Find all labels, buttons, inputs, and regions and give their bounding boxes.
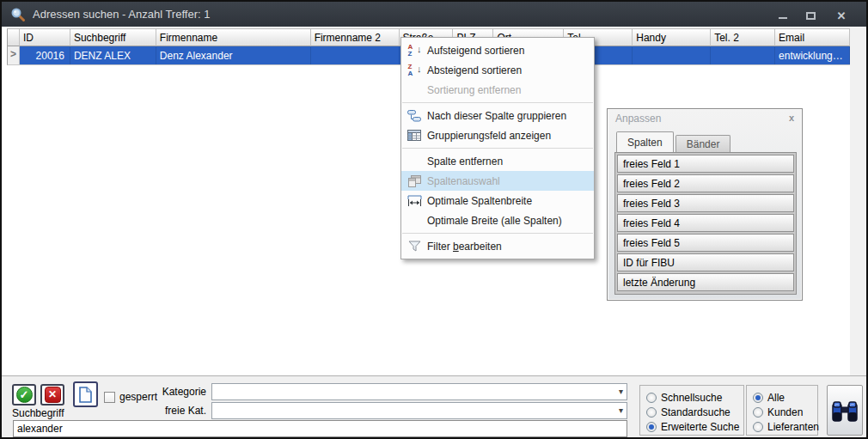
anpassen-field-list: freies Feld 1 freies Feld 2 freies Feld …	[614, 152, 797, 295]
anpassen-close-icon[interactable]: x	[789, 113, 794, 123]
cell-firmenname2[interactable]	[311, 46, 400, 64]
field-item[interactable]: freies Feld 5	[617, 234, 794, 252]
menu-separator	[402, 148, 593, 149]
magnifier-icon	[10, 7, 26, 22]
menu-item-show-group-field[interactable]: Gruppierungsfeld anzeigen	[401, 125, 594, 145]
document-icon	[79, 387, 92, 403]
cell-tel2[interactable]	[711, 46, 775, 64]
radio-label: Kunden	[767, 406, 803, 418]
field-item[interactable]: freies Feld 1	[617, 155, 794, 173]
field-item[interactable]: freies Feld 4	[617, 214, 794, 232]
column-context-menu: AZ↓ Aufsteigend sortieren ZA↓ Absteigend…	[400, 37, 595, 259]
menu-item-group-by-column[interactable]: Nach dieser Spalte gruppieren	[401, 106, 594, 125]
radio-icon[interactable]	[646, 393, 657, 403]
column-width-icon	[401, 195, 427, 206]
new-document-button[interactable]	[73, 381, 98, 407]
menu-item-label: Gruppierungsfeld anzeigen	[427, 130, 551, 142]
menu-item-edit-filter[interactable]: Filter bearbeiten	[401, 236, 594, 256]
cancel-button[interactable]: ✕	[40, 384, 64, 405]
cell-email[interactable]: entwicklung…	[775, 46, 850, 64]
radio-standardsuche[interactable]: Standardsuche	[646, 405, 743, 419]
freie-kat-combobox[interactable]: ▾	[211, 402, 627, 419]
check-icon: ✓	[16, 387, 33, 403]
radio-erweiterte-suche[interactable]: Erweiterte Suche	[646, 419, 743, 434]
menu-item-label: Spalte entfernen	[427, 155, 503, 168]
radio-kunden[interactable]: Kunden	[753, 405, 817, 419]
anpassen-titlebar[interactable]: Anpassen x	[608, 109, 802, 128]
radio-icon[interactable]	[753, 422, 763, 432]
column-header-email[interactable]: Email	[775, 29, 850, 46]
menu-item-sort-descending[interactable]: ZA↓ Absteigend sortieren	[401, 60, 594, 80]
menu-item-label: Spaltenauswahl	[427, 175, 500, 187]
search-mode-group: Schnellsuche Standardsuche Erweiterte Su…	[639, 385, 744, 436]
minimize-icon	[779, 17, 787, 19]
tab-baender[interactable]: Bänder	[675, 135, 731, 152]
column-header-tel2[interactable]: Tel. 2	[711, 29, 775, 46]
radio-label: Lieferanten	[767, 421, 819, 433]
radio-icon[interactable]	[753, 393, 763, 403]
chevron-down-icon[interactable]: ▾	[619, 387, 623, 396]
menu-item-clear-sorting[interactable]: Sortierung entfernen	[401, 80, 594, 100]
radio-label: Erweiterte Suche	[661, 421, 739, 433]
radio-schnellsuche[interactable]: Schnellsuche	[646, 390, 743, 405]
menu-item-label: Optimale Breite (alle Spalten)	[427, 215, 562, 227]
group-field-icon	[401, 130, 427, 141]
field-item[interactable]: freies Feld 2	[617, 174, 794, 192]
anpassen-title: Anpassen	[615, 113, 661, 125]
confirm-button[interactable]: ✓	[12, 384, 36, 405]
close-button[interactable]: ✕	[830, 7, 853, 24]
chevron-down-icon[interactable]: ▾	[619, 405, 623, 415]
suchbegriff-label: Suchbegriff	[12, 407, 64, 419]
row-selector-arrow: >	[8, 46, 20, 64]
anpassen-tabs: Spalten Bänder	[616, 131, 730, 152]
menu-item-label: Filter bearbeiten	[427, 241, 502, 253]
radio-icon[interactable]	[646, 407, 657, 418]
radio-alle[interactable]: Alle	[753, 390, 817, 405]
field-item[interactable]: ID für FIBU	[617, 253, 794, 271]
column-header-id[interactable]: ID	[20, 29, 70, 46]
menu-item-label: Nach dieser Spalte gruppieren	[427, 110, 566, 122]
sort-descending-icon: ZA↓	[401, 64, 427, 77]
menu-item-label: Sortierung entfernen	[427, 84, 521, 96]
x-icon: ✕	[45, 387, 61, 403]
field-item[interactable]: freies Feld 3	[617, 194, 794, 212]
menu-item-label: Aufsteigend sortieren	[427, 45, 524, 57]
menu-item-best-fit-column[interactable]: Optimale Spaltenbreite	[401, 191, 594, 210]
column-header-handy[interactable]: Handy	[633, 29, 711, 46]
column-header-firmenname[interactable]: Firmenname	[156, 29, 311, 46]
minimize-button[interactable]	[772, 7, 794, 24]
suchbegriff-input[interactable]	[13, 420, 627, 437]
group-by-icon	[401, 110, 427, 122]
titlebar[interactable]: Adressen suchen - Anzahl Treffer: 1 ✕	[2, 2, 866, 27]
menu-item-label: Optimale Spaltenbreite	[427, 195, 532, 207]
grid-right-gutter	[850, 27, 866, 375]
column-header-suchbegriff[interactable]: Suchbegriff	[70, 29, 156, 46]
window-title: Adressen suchen - Anzahl Treffer: 1	[33, 8, 210, 21]
anpassen-panel: Anpassen x Spalten Bänder freies Feld 1 …	[607, 108, 803, 301]
cell-id[interactable]: 20016	[20, 46, 70, 64]
kategorie-label: Kategorie	[146, 386, 206, 398]
menu-separator	[402, 102, 593, 103]
search-button[interactable]	[827, 385, 863, 436]
kategorie-combobox[interactable]: ▾	[211, 383, 627, 400]
menu-item-best-fit-all[interactable]: Optimale Breite (alle Spalten)	[401, 210, 594, 230]
cell-suchbegriff[interactable]: DENZ ALEX	[70, 46, 156, 64]
radio-lieferanten[interactable]: Lieferanten	[753, 419, 817, 434]
menu-item-remove-column[interactable]: Spalte entfernen	[401, 151, 594, 171]
radio-label: Alle	[767, 392, 785, 404]
column-header-selector	[8, 29, 20, 46]
radio-icon[interactable]	[646, 422, 657, 432]
maximize-button[interactable]	[799, 7, 822, 24]
column-chooser-icon	[401, 175, 427, 187]
menu-item-column-chooser[interactable]: Spaltenauswahl	[401, 171, 594, 191]
tab-spalten[interactable]: Spalten	[616, 131, 674, 152]
column-header-firmenname2[interactable]: Firmenname 2	[311, 29, 400, 46]
field-item[interactable]: letzte Änderung	[617, 273, 794, 291]
cell-firmenname[interactable]: Denz Alexander	[156, 46, 311, 64]
radio-icon[interactable]	[753, 407, 763, 418]
menu-item-sort-ascending[interactable]: AZ↓ Aufsteigend sortieren	[401, 40, 594, 60]
app-window: Adressen suchen - Anzahl Treffer: 1 ✕ ID…	[0, 0, 868, 439]
sort-ascending-icon: AZ↓	[401, 44, 427, 58]
gesperrt-checkbox[interactable]	[104, 392, 115, 403]
cell-handy[interactable]	[633, 46, 711, 64]
